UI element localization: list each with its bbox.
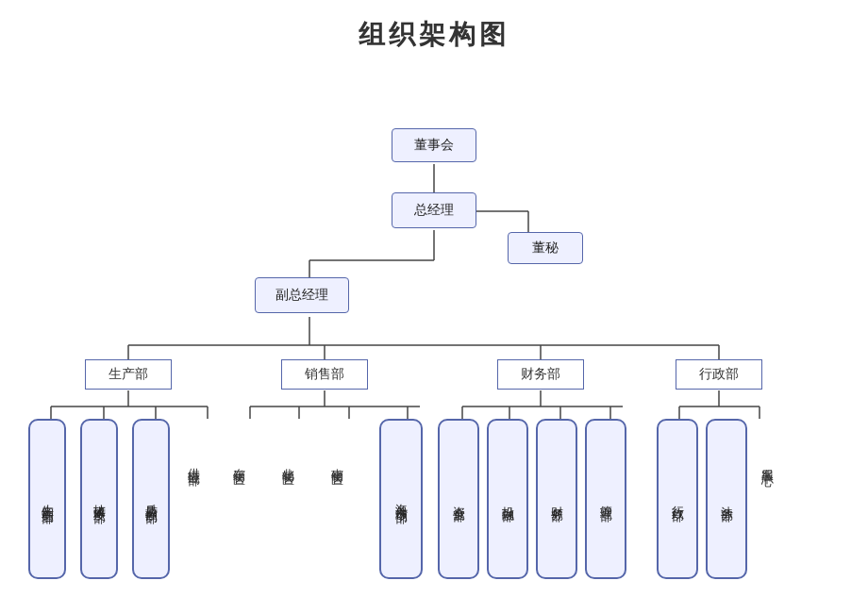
dongxiao-text: 东销售区 [230,458,247,466]
zijin-box: 资金部 [438,419,479,579]
caiwubu2-box: 财务部 [536,419,577,579]
haiwai-box: 海外市场部 [379,419,423,579]
shengchanzhizao-box: 生产制造部 [28,419,66,579]
zongjingli-box: 总经理 [392,192,476,228]
xiaoshoubu-label: 销售部 [281,359,368,390]
page-title: 组织架构图 [0,0,868,53]
beixiao-text: 北销售区 [279,458,296,466]
org-chart: 董事会 总经理 董秘 副总经理 生产部 销售部 财务部 行政部 生产制造部 技术… [0,53,868,614]
kefuzhongxin-text: 客服中心 [759,458,776,466]
guanlibu-box: 管理部 [585,419,626,579]
zhiliangkongzhi-box: 质量控制部 [132,419,170,579]
jishuyanfa-box: 技术研发部 [80,419,118,579]
rongr-box: 投融部 [487,419,528,579]
xingzhengbu2-box: 行政部 [657,419,698,579]
fawubu-box: 法务部 [706,419,747,579]
shengchanbu-label: 生产部 [85,359,172,390]
caiwubu-label: 财务部 [497,359,584,390]
xingzhengbu-label: 行政部 [676,359,762,390]
fuzong-box: 副总经理 [255,277,349,313]
nanxiao-text: 南销售区 [328,458,345,466]
dongmi-box: 董秘 [508,232,583,264]
gongyinglian-text: 供应链部 [185,458,202,466]
dongshihui-box: 董事会 [392,128,476,162]
